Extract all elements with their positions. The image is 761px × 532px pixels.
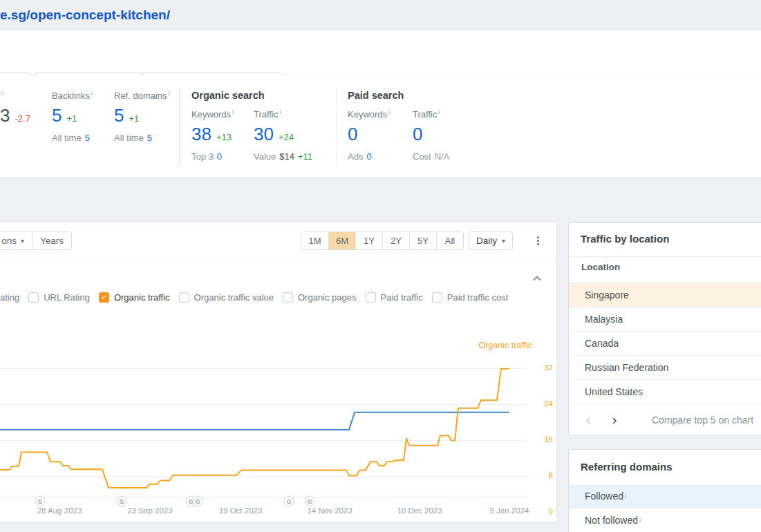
checkbox-label: ating (0, 292, 19, 303)
checkbox-unchecked-icon[interactable] (432, 292, 442, 303)
metric-value[interactable]: 0 (413, 124, 422, 145)
checkbox-label: Organic pages (298, 292, 357, 303)
checkbox-unchecked-icon[interactable] (28, 292, 39, 303)
metric-delta: -2.7 (15, 113, 30, 124)
checkbox-organic-traffic[interactable]: ✓Organic traffic (99, 292, 170, 303)
range-button-5y[interactable]: 5Y (409, 232, 436, 249)
series-organic-traffic (0, 369, 509, 488)
checkbox-paid-traffic-cost[interactable]: Paid traffic cost (432, 292, 509, 303)
referring-row-not-followed[interactable]: Not followedi (569, 509, 761, 532)
metric-delta: +1 (66, 113, 77, 124)
metric-sub-label: Ads (348, 151, 363, 162)
metric-label: Keywords (348, 109, 387, 120)
info-icon: i (169, 90, 170, 97)
location-row-united-states[interactable]: United States (569, 380, 761, 404)
checkbox-unchecked-icon[interactable] (283, 292, 293, 303)
metric-sub-label: Value (254, 151, 276, 162)
checkbox-organic-pages[interactable]: Organic pages (283, 292, 357, 303)
checkbox-label: URL Rating (44, 292, 90, 303)
info-icon: i (279, 108, 281, 115)
tab-years[interactable]: Years (32, 232, 71, 249)
metric-backlinks: Backlinksi 5 +1 All time5 (52, 90, 93, 143)
location-row-singapore[interactable]: Singapore (569, 283, 761, 307)
metric-sub-value: N/A (435, 151, 450, 162)
metric-sub-value[interactable]: 5 (147, 133, 152, 143)
metric-sub-label: All time (52, 133, 82, 143)
metric-sub-value[interactable]: 0 (366, 151, 371, 162)
metric-label: Keywords (191, 109, 231, 120)
metric-organic-keywords: Organic search Keywordsi 38 +13 Top 30 (191, 108, 234, 162)
organic-search-group-title: Organic search (191, 90, 265, 101)
tab-label: ons (1, 236, 17, 246)
metrics-overview: i 3 -2.7 Backlinksi 5 +1 All time5 Ref. … (0, 76, 761, 177)
range-button-2y[interactable]: 2Y (382, 232, 409, 249)
metric-organic-traffic: Traffici 30 +24 Value$14+11 (254, 108, 312, 162)
metric-sub-value[interactable]: 5 (85, 133, 90, 143)
page-title-url: e.sg/open-concept-kitchen/ (0, 8, 170, 23)
metric-sub-label: All time (114, 133, 144, 143)
metric-sub-label: Top 3 (191, 151, 214, 162)
chevron-left-icon[interactable]: ‹ (581, 412, 595, 428)
compare-top5-link[interactable]: Compare top 5 on chart (652, 415, 753, 426)
checkbox-checked-icon[interactable]: ✓ (99, 292, 109, 303)
checkbox-paid-traffic[interactable]: Paid traffic (366, 292, 423, 303)
metric-delta: +13 (216, 132, 232, 142)
checkbox-label: Paid traffic (381, 292, 423, 303)
info-icon: i (388, 108, 390, 115)
traffic-by-location-card: Traffic by location Location SingaporeMa… (568, 222, 761, 435)
paid-search-group-title: Paid search (348, 90, 404, 101)
chart-tabs: ons ▾ Years (0, 231, 72, 250)
metric-delta: +24 (279, 132, 294, 142)
range-button-all[interactable]: All (436, 232, 463, 249)
metric-delta: +1 (129, 113, 139, 124)
checkbox-label: Organic traffic value (194, 292, 274, 303)
chart-panel: ons ▾ Years 1M6M1Y2Y5YAll Daily ▾ atingU… (0, 222, 557, 522)
metric-value[interactable]: 5 (114, 105, 124, 126)
checkbox-unchecked-icon[interactable] (179, 292, 189, 303)
checkbox-organic-traffic-value[interactable]: Organic traffic value (179, 292, 274, 303)
tab-truncated[interactable]: ons ▾ (0, 232, 32, 249)
checkbox-url-rating[interactable]: URL Rating (28, 292, 90, 303)
metric-sub-delta: +11 (298, 151, 312, 162)
chevron-right-icon[interactable]: › (608, 412, 621, 428)
location-row-russian-federation[interactable]: Russian Federation (569, 356, 761, 380)
metric-label: Traffic (254, 109, 278, 120)
range-button-1m[interactable]: 1M (301, 232, 328, 249)
metric-value[interactable]: 0 (348, 124, 357, 145)
metric-truncated-rating: i 3 -2.7 (0, 90, 30, 126)
checkbox-unchecked-icon[interactable] (366, 292, 376, 303)
metric-ref-domains: Ref. domainsi 5 +1 All time5 (114, 90, 170, 143)
divider (569, 256, 761, 257)
toolbar: ons ▾ Best links New ▾ Changes: Last 3 m… (0, 31, 761, 75)
granularity-dropdown[interactable]: Daily ▾ (469, 231, 513, 250)
referring-row-followed[interactable]: Followedi (569, 484, 761, 509)
top-url-bar: e.sg/open-concept-kitchen/ (0, 0, 761, 30)
card-title: Traffic by location (581, 233, 669, 245)
info-icon: i (625, 493, 626, 500)
chevron-up-icon[interactable] (534, 275, 543, 281)
caret-down-icon: ▾ (502, 237, 505, 245)
info-icon: i (91, 90, 93, 97)
caret-down-icon: ▾ (21, 237, 24, 245)
referring-domains-card: Referring domains FollowediNot followedi (568, 449, 761, 532)
location-row-malaysia[interactable]: Malaysia (569, 307, 761, 332)
kebab-menu-icon[interactable] (529, 231, 547, 250)
metric-value: 3 (0, 105, 10, 126)
location-row-canada[interactable]: Canada (569, 332, 761, 356)
metric-value[interactable]: 38 (191, 124, 212, 145)
range-button-1y[interactable]: 1Y (355, 232, 382, 249)
divider (337, 88, 337, 166)
info-icon: i (1, 90, 3, 97)
divider (179, 88, 180, 166)
time-range-selector: 1M6M1Y2Y5YAll (301, 231, 464, 250)
info-icon: i (232, 108, 234, 115)
metric-paid-keywords: Paid search Keywordsi 0 Ads0 (348, 108, 390, 162)
metric-value[interactable]: 5 (52, 105, 62, 126)
tab-label: Years (40, 236, 64, 246)
range-button-6m[interactable]: 6M (328, 232, 355, 249)
metric-sub-label: Cost (413, 151, 431, 162)
checkbox-ating[interactable]: ating (0, 292, 19, 303)
metric-value[interactable]: 30 (254, 124, 274, 145)
checkbox-label: Organic traffic (114, 292, 170, 303)
metric-sub-value[interactable]: 0 (217, 151, 222, 162)
